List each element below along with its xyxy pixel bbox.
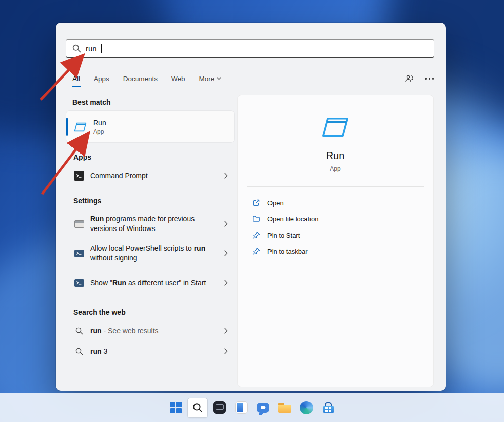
start-button[interactable] [166,398,186,418]
action-pin-to-taskbar[interactable]: Pin to taskbar [252,243,318,259]
compatibility-icon [73,220,85,228]
windows-logo-icon [170,402,182,413]
task-view-button[interactable] [209,398,229,418]
chevron-right-icon [224,221,228,227]
apps-section-header: Apps [73,153,234,161]
tab-apps[interactable]: Apps [94,75,109,83]
chevron-right-icon [224,328,228,334]
taskbar [0,393,504,422]
chevron-right-icon [224,250,228,256]
search-icon [192,403,203,413]
result-command-prompt[interactable]: Command Prompt [66,166,234,186]
pin-icon [252,231,260,239]
action-open[interactable]: Open [252,195,318,211]
preview-subtitle: App [330,165,340,172]
result-web-run[interactable]: run - See web results [66,321,234,341]
search-query-text: run [86,44,97,53]
action-open-file-location[interactable]: Open file location [252,211,318,227]
chevron-right-icon [224,173,228,179]
run-icon [73,122,87,132]
result-web-run-3[interactable]: run 3 [66,341,234,361]
task-view-icon [213,401,226,414]
chat-icon [257,403,269,413]
tab-all[interactable]: All [72,75,80,83]
chevron-right-icon [224,348,228,354]
best-match-subtitle: App [93,128,106,135]
chevron-down-icon [217,77,221,80]
widgets-button[interactable] [231,398,251,418]
result-powershell-scripts-setting[interactable]: Allow local PowerShell scripts to run wi… [66,239,234,268]
best-match-header: Best match [72,98,234,106]
best-match-title: Run [93,119,106,127]
selection-accent-bar [66,118,68,136]
command-prompt-icon [73,171,85,181]
edge-button[interactable] [296,398,317,418]
run-icon [320,116,351,139]
more-options-icon[interactable] [425,78,434,80]
open-icon [252,199,260,207]
chat-button[interactable] [253,398,273,418]
tab-web[interactable]: Web [171,75,185,83]
action-pin-to-start[interactable]: Pin to Start [252,227,318,243]
file-explorer-button[interactable] [275,398,295,418]
chevron-right-icon [224,280,228,286]
search-icon [72,44,81,53]
best-match-run-item[interactable]: Run App [66,111,234,142]
search-filter-tabs: All Apps Documents Web More [72,72,434,85]
desktop: run All Apps Documents Web More [0,0,504,422]
tab-more[interactable]: More [199,75,222,83]
store-icon [323,402,334,413]
file-explorer-icon [278,403,291,413]
powershell-icon [73,250,85,257]
search-results-list: Best match Run App Apps [66,98,234,361]
settings-section-header: Settings [73,197,234,205]
pin-icon [252,247,260,255]
search-flyout: run All Apps Documents Web More [56,23,446,391]
tab-documents[interactable]: Documents [123,75,158,83]
result-compatibility-setting[interactable]: Run programs made for previous versions … [66,209,234,239]
preview-title: Run [326,150,345,162]
folder-icon [252,215,260,223]
taskbar-search-button[interactable] [187,398,208,418]
store-button[interactable] [318,398,338,418]
result-run-as-different-user-setting[interactable]: Show "Run as different user" in Start [66,268,234,297]
divider [247,186,424,187]
preview-actions: Open Open file location [252,195,318,259]
powershell-icon [73,279,85,287]
preview-pane: Run App Open [237,95,434,387]
search-icon [73,348,85,355]
text-cursor [101,44,102,53]
search-input[interactable]: run [66,39,434,58]
widgets-icon [235,401,248,414]
edge-icon [300,401,313,414]
web-section-header: Search the web [73,308,234,316]
user-accounts-icon[interactable] [405,74,414,83]
search-icon [73,327,85,335]
